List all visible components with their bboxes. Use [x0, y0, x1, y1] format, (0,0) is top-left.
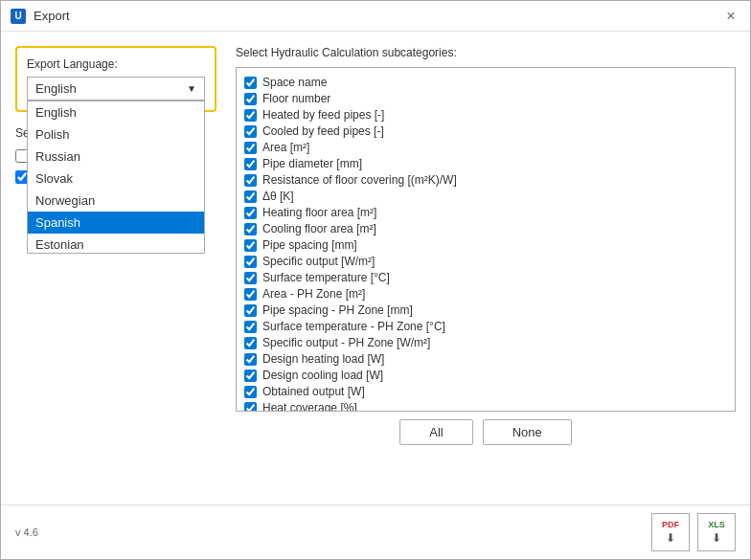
all-button[interactable]: All: [399, 419, 472, 445]
subcategory-checkbox[interactable]: [244, 142, 257, 154]
subcategory-item-label: Resistance of floor covering [(m²K)/W]: [262, 173, 457, 187]
footer: v 4.6 PDF ⬇ XLS ⬇: [1, 504, 750, 559]
subcategory-item-label: Specific output - PH Zone [W/m²]: [262, 336, 430, 349]
list-item: Pipe spacing [mm]: [244, 238, 727, 252]
list-item: Design cooling load [W]: [244, 369, 727, 382]
subcategory-checkbox[interactable]: [244, 77, 257, 89]
subcategory-list[interactable]: Space nameFloor numberHeated by feed pip…: [236, 67, 736, 412]
subcategory-header: Select Hydraulic Calculation subcategori…: [236, 46, 736, 59]
pdf-export-button[interactable]: PDF ⬇: [651, 513, 690, 551]
xls-export-button[interactable]: XLS ⬇: [697, 513, 736, 551]
subcategory-checkbox[interactable]: [244, 321, 257, 333]
subcategory-item-label: Design cooling load [W]: [262, 369, 383, 382]
buttons-row: All None: [236, 419, 736, 445]
close-button[interactable]: ×: [721, 7, 740, 26]
version-label: v 4.6: [15, 526, 38, 538]
lang-norwegian[interactable]: Norwegian: [28, 190, 204, 212]
lang-russian[interactable]: Russian: [28, 146, 204, 168]
subcategory-checkbox[interactable]: [244, 272, 257, 284]
subcategory-item-label: Pipe spacing - PH Zone [mm]: [262, 303, 413, 317]
subcategory-checkbox[interactable]: [244, 190, 257, 203]
list-item: Heat coverage [%]: [244, 401, 727, 412]
subcategory-item-label: Design heating load [W]: [262, 352, 384, 366]
window-title: Export: [34, 9, 70, 23]
list-item: Pipe spacing - PH Zone [mm]: [244, 303, 727, 317]
main-content: Export Language: English ▼ English Polis…: [1, 32, 750, 504]
list-item: Design heating load [W]: [244, 352, 727, 366]
list-item: Pipe diameter [mm]: [244, 157, 727, 170]
list-item: Specific output - PH Zone [W/m²]: [244, 336, 727, 349]
subcategory-checkbox[interactable]: [244, 288, 257, 301]
subcategory-item-label: Obtained output [W]: [262, 385, 365, 398]
lang-polish[interactable]: Polish: [28, 123, 204, 146]
list-item: Space name: [244, 76, 727, 89]
subcategory-checkbox[interactable]: [244, 353, 257, 366]
export-language-label: Export Language:: [27, 57, 205, 71]
subcategory-item-label: Cooled by feed pipes [-]: [262, 124, 384, 138]
subcategory-item-label: Pipe diameter [mm]: [262, 157, 362, 170]
subcategory-item-label: Space name: [262, 76, 327, 89]
none-button[interactable]: None: [483, 419, 572, 445]
titlebar-left: U Export: [11, 9, 70, 24]
lang-estonian[interactable]: Estonian: [28, 234, 204, 254]
selected-language: English: [35, 81, 77, 96]
list-item: Area - PH Zone [m²]: [244, 287, 727, 301]
xls-label: XLS: [708, 520, 725, 529]
subcategory-checkbox[interactable]: [244, 386, 257, 398]
xls-download-icon: ⬇: [712, 531, 721, 545]
subcategory-item-label: Floor number: [262, 92, 330, 105]
list-item: Area [m²]: [244, 141, 727, 154]
lang-english[interactable]: English: [28, 101, 204, 123]
left-panel: Export Language: English ▼ English Polis…: [15, 46, 216, 490]
list-item: Cooled by feed pipes [-]: [244, 124, 727, 138]
subcategory-checkbox[interactable]: [244, 174, 257, 187]
export-icons: PDF ⬇ XLS ⬇: [651, 513, 736, 551]
language-dropdown[interactable]: English ▼: [27, 77, 205, 101]
subcategory-item-label: Surface temperature [°C]: [262, 271, 390, 284]
language-list[interactable]: English Polish Russian Slovak Norwegian …: [27, 101, 205, 254]
list-item: Floor number: [244, 92, 727, 105]
pdf-label: PDF: [662, 520, 679, 529]
list-item: Δθ [K]: [244, 190, 727, 203]
list-item: Cooling floor area [m²]: [244, 222, 727, 235]
subcategory-checkbox[interactable]: [244, 207, 257, 219]
subcategory-checkbox[interactable]: [244, 402, 257, 413]
subcategory-checkbox[interactable]: [244, 304, 257, 317]
subcategory-item-label: Heating floor area [m²]: [262, 206, 376, 219]
subcategory-item-label: Area [m²]: [262, 141, 309, 154]
list-item: Surface temperature [°C]: [244, 271, 727, 284]
export-language-section: Export Language: English ▼ English Polis…: [15, 46, 216, 112]
subcategory-checkbox[interactable]: [244, 158, 257, 170]
list-item: Obtained output [W]: [244, 385, 727, 398]
subcategory-checkbox[interactable]: [244, 337, 257, 349]
titlebar: U Export ×: [1, 1, 750, 32]
lang-slovak[interactable]: Slovak: [28, 168, 204, 190]
subcategory-checkbox[interactable]: [244, 109, 257, 122]
chevron-down-icon: ▼: [187, 83, 196, 94]
list-item: Surface temperature - PH Zone [°C]: [244, 320, 727, 333]
subcategory-item-label: Δθ [K]: [262, 190, 294, 203]
subcategory-item-label: Pipe spacing [mm]: [262, 238, 357, 252]
right-panel: Select Hydraulic Calculation subcategori…: [236, 46, 736, 490]
subcategory-item-label: Cooling floor area [m²]: [262, 222, 376, 235]
subcategory-checkbox[interactable]: [244, 223, 257, 235]
list-item: Heating floor area [m²]: [244, 206, 727, 219]
list-item: Heated by feed pipes [-]: [244, 108, 727, 122]
subcategory-checkbox[interactable]: [244, 125, 257, 138]
subcategory-item-label: Surface temperature - PH Zone [°C]: [262, 320, 445, 333]
app-icon: U: [11, 9, 26, 24]
list-item: Resistance of floor covering [(m²K)/W]: [244, 173, 727, 187]
export-window: U Export × Export Language: English ▼ En…: [0, 0, 751, 560]
language-dropdown-container: English ▼ English Polish Russian Slovak …: [27, 77, 205, 101]
lang-spanish[interactable]: Spanish: [28, 212, 204, 234]
subcategory-item-label: Heat coverage [%]: [262, 401, 357, 412]
subcategory-item-label: Area - PH Zone [m²]: [262, 287, 365, 301]
subcategory-item-label: Specific output [W/m²]: [262, 255, 375, 268]
subcategory-checkbox[interactable]: [244, 370, 257, 382]
subcategory-checkbox[interactable]: [244, 93, 257, 105]
subcategory-checkbox[interactable]: [244, 239, 257, 252]
pdf-download-icon: ⬇: [666, 531, 675, 545]
list-item: Specific output [W/m²]: [244, 255, 727, 268]
subcategory-checkbox[interactable]: [244, 256, 257, 268]
subcategory-item-label: Heated by feed pipes [-]: [262, 108, 384, 122]
